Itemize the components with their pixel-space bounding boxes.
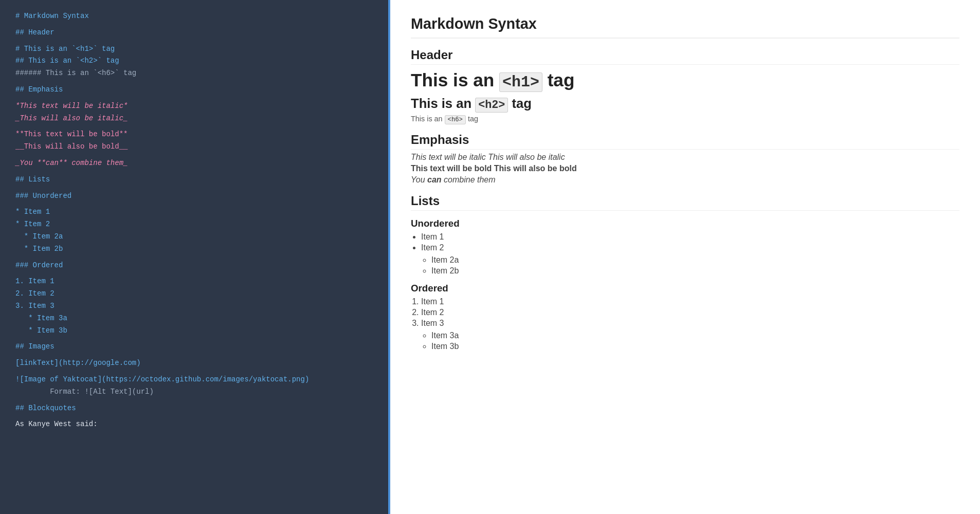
list-item: Item 2 (421, 308, 959, 317)
editor-line: ###### This is an `<h6>` tag (15, 67, 373, 80)
editor-line: * Item 3b (15, 325, 373, 337)
preview-h1-prefix: This is an (411, 70, 494, 90)
preview-h6-code: <h6> (445, 115, 466, 124)
preview-italic-text2: This will also be italic (488, 153, 565, 161)
list-item: Item 3b (431, 342, 959, 351)
editor-line: _You **can** combine them_ (15, 157, 373, 170)
editor-line: As Kanye West said: (15, 418, 373, 431)
list-item: Item 3 Item 3a Item 3b (421, 319, 959, 351)
editor-line: * Item 3a (15, 313, 373, 325)
editor-line: ## Blockquotes (15, 402, 373, 415)
editor-line: * Item 1 (15, 206, 373, 218)
editor-line: 2. Item 2 (15, 288, 373, 300)
preview-main-title: Markdown Syntax (411, 15, 959, 39)
preview-h2-prefix: This is an (411, 96, 471, 111)
preview-h6-suffix: tag (468, 115, 478, 123)
editor-line: ### Unordered (15, 190, 373, 203)
preview-unordered-sublist: Item 2a Item 2b (431, 255, 959, 276)
editor-line: **This text will be bold** (15, 128, 373, 141)
list-item: Item 3a (431, 331, 959, 340)
editor-line: ## Emphasis (15, 84, 373, 96)
editor-line: ![Image of Yaktocat](https://octodex.git… (15, 374, 373, 386)
preview-italic-line: This text will be italic This will also … (411, 153, 959, 162)
list-item: Item 1 (421, 297, 959, 306)
preview-bold-text2: This will also be bold (494, 164, 577, 173)
preview-h2-code: <h2> (475, 98, 508, 113)
editor-line: # This is an `<h1>` tag (15, 43, 373, 56)
editor-line: ## Lists (15, 174, 373, 186)
preview-panel: Markdown Syntax Header This is an <h1> t… (390, 0, 980, 514)
list-item: Item 2 Item 2a Item 2b (421, 243, 959, 276)
preview-header-section: Header (411, 48, 959, 65)
editor-line: *This text will be italic* (15, 100, 373, 113)
editor-panel[interactable]: # Markdown Syntax ## Header # This is an… (0, 0, 388, 514)
list-item: Item 2b (431, 266, 959, 276)
preview-unordered-list: Item 1 Item 2 Item 2a Item 2b (421, 232, 959, 276)
editor-line: 3. Item 3 (15, 300, 373, 313)
preview-emphasis-section: Emphasis (411, 133, 959, 150)
preview-ordered-list: Item 1 Item 2 Item 3 Item 3a Item 3b (421, 297, 959, 351)
editor-line: _This will also be italic_ (15, 113, 373, 125)
preview-bold-text1: This text will be bold (411, 164, 492, 173)
preview-h2: This is an <h2> tag (411, 96, 959, 112)
editor-line: * Item 2a (15, 231, 373, 243)
preview-combine-after: combine them (444, 175, 496, 184)
preview-combine: You can combine them (411, 175, 496, 184)
editor-line: ## Images (15, 341, 373, 353)
preview-unordered-section: Unordered (411, 218, 959, 229)
editor-line: __This will also be bold__ (15, 141, 373, 153)
editor-line: ## Header (15, 27, 373, 39)
preview-combine-before: You (411, 175, 425, 184)
editor-line: [linkText](http://google.com) (15, 357, 373, 370)
preview-combine-can: can (427, 175, 442, 184)
editor-line: * Item 2b (15, 243, 373, 255)
preview-h6-prefix: This is an (411, 115, 443, 123)
editor-line: ### Ordered (15, 260, 373, 272)
editor-line: Format: ![Alt Text](url) (15, 386, 373, 398)
list-item: Item 1 (421, 232, 959, 242)
preview-bold-line: This text will be bold This will also be… (411, 164, 959, 173)
preview-h1-code: <h1> (499, 72, 542, 92)
editor-line: # Markdown Syntax (15, 10, 373, 23)
preview-h6: This is an <h6> tag (411, 115, 959, 123)
preview-h2-suffix: tag (512, 96, 532, 111)
list-item: Item 2a (431, 255, 959, 265)
editor-line: * Item 2 (15, 218, 373, 231)
preview-italic-text1: This text will be italic (411, 153, 486, 161)
preview-ordered-section: Ordered (411, 283, 959, 294)
editor-line: 1. Item 1 (15, 276, 373, 288)
preview-h1: This is an <h1> tag (411, 70, 959, 91)
preview-emphasis-content: This text will be italic This will also … (411, 153, 959, 185)
preview-h1-suffix: tag (548, 70, 575, 90)
editor-line: ## This is an `<h2>` tag (15, 55, 373, 67)
preview-lists-section: Lists (411, 194, 959, 211)
preview-combine-line: You can combine them (411, 175, 959, 185)
preview-ordered-sublist: Item 3a Item 3b (431, 331, 959, 351)
